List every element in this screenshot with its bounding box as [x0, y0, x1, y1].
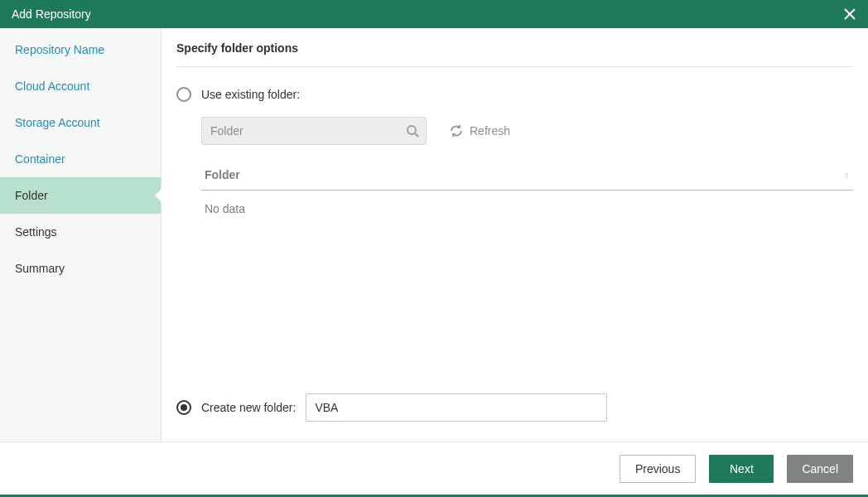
titlebar-title: Add Repository [12, 7, 91, 21]
folder-search-input[interactable]: Folder [201, 117, 427, 145]
svg-line-1 [415, 133, 418, 137]
new-folder-name-input[interactable] [306, 393, 607, 422]
folder-table-empty: No data [201, 191, 853, 227]
svg-point-0 [407, 126, 416, 134]
use-existing-option[interactable]: Use existing folder: [176, 87, 853, 102]
wizard-sidebar: Repository Name Cloud Account Storage Ac… [0, 28, 162, 442]
main-panel: Specify folder options Use existing fold… [162, 28, 868, 442]
sidebar-item-repository-name[interactable]: Repository Name [0, 31, 161, 68]
radio-create-new[interactable] [176, 400, 191, 415]
folder-search-placeholder: Folder [210, 124, 244, 138]
use-existing-label: Use existing folder: [201, 88, 300, 101]
refresh-button[interactable]: Refresh [450, 124, 510, 138]
folder-column-header: Folder [205, 168, 240, 181]
close-button[interactable] [840, 4, 860, 24]
sidebar-item-cloud-account[interactable]: Cloud Account [0, 68, 161, 104]
folder-table-header[interactable]: Folder ↑ [201, 163, 853, 191]
sidebar-item-storage-account[interactable]: Storage Account [0, 104, 161, 141]
titlebar: Add Repository [0, 0, 868, 28]
next-button[interactable]: Next [709, 455, 774, 483]
close-icon [844, 8, 856, 20]
create-new-label: Create new folder: [201, 401, 296, 414]
refresh-label: Refresh [470, 124, 510, 138]
create-new-option[interactable]: Create new folder: [176, 393, 853, 422]
radio-use-existing[interactable] [176, 87, 191, 102]
page-heading: Specify folder options [176, 41, 853, 67]
sidebar-item-folder[interactable]: Folder [0, 177, 161, 214]
cancel-button[interactable]: Cancel [787, 455, 853, 483]
sidebar-item-settings[interactable]: Settings [0, 214, 161, 250]
sort-ascending-icon: ↑ [845, 169, 851, 181]
previous-button[interactable]: Previous [620, 455, 696, 483]
sidebar-item-summary[interactable]: Summary [0, 250, 161, 287]
wizard-footer: Previous Next Cancel [0, 442, 868, 497]
search-icon [406, 124, 419, 138]
refresh-icon [450, 124, 463, 138]
sidebar-item-container[interactable]: Container [0, 141, 161, 177]
